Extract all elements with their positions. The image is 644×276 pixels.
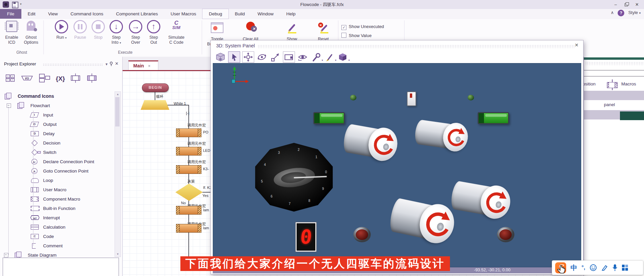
minimize-button[interactable]: – — [611, 2, 621, 7]
tree-item-output[interactable]: OOutput — [0, 119, 114, 129]
led-indicator[interactable] — [350, 95, 356, 100]
ribbon-button-ghost-options[interactable]: GhostOptions — [21, 20, 41, 51]
panel-drag-handle[interactable] — [43, 63, 103, 66]
table-row[interactable] — [584, 91, 644, 100]
paint-brush-icon[interactable]: ▾ — [324, 52, 335, 62]
help-icon[interactable]: ? — [618, 10, 624, 16]
component-macro-icon[interactable] — [86, 73, 98, 84]
tree-item-switch[interactable]: Switch — [0, 148, 114, 157]
frame-select-icon[interactable] — [283, 51, 295, 63]
led-module[interactable] — [313, 112, 345, 124]
rotary-dial[interactable]: 0123456789 — [253, 143, 335, 212]
tree-item-loop[interactable]: Loop — [0, 176, 114, 185]
explorer-scrollbar[interactable]: ▲ ▼ — [115, 91, 121, 257]
solid-cube-icon[interactable]: ▾ — [337, 52, 348, 62]
io-icon[interactable]: I/O — [20, 74, 34, 83]
tree-item-user-macro[interactable]: User Macro — [0, 185, 114, 194]
seven-segment-display[interactable]: 0 — [296, 222, 316, 252]
braces-x-icon[interactable]: {X} — [56, 75, 65, 82]
flowchart-loop-node[interactable] — [141, 100, 169, 110]
ime-panel-grid-icon[interactable] — [622, 265, 628, 271]
macro-icon[interactable] — [70, 73, 81, 84]
dc-motor[interactable] — [342, 121, 400, 163]
style-button[interactable]: Style — [628, 10, 638, 15]
dc-motor[interactable] — [387, 195, 458, 247]
scroll-up-icon[interactable]: ▲ — [115, 92, 121, 97]
tree-item-decision[interactable]: Decision — [0, 138, 114, 148]
select-cursor-icon[interactable] — [228, 51, 240, 63]
tree-item-code[interactable]: CCode — [0, 232, 114, 241]
ribbon-button-run[interactable]: Run ▾ — [53, 20, 69, 51]
panel-menu-caret-icon[interactable]: ▼ — [105, 62, 108, 66]
ime-mode-button[interactable]: 中 — [571, 263, 577, 272]
close-button[interactable]: ✕ — [632, 2, 642, 7]
menu-item-component-libraries[interactable]: Component Libraries — [110, 9, 164, 19]
menu-item-file[interactable]: File — [0, 9, 21, 19]
panel-drag-handle[interactable] — [585, 62, 644, 65]
tab-main[interactable]: Main× — [128, 60, 158, 70]
tree-item-declare-connection-point[interactable]: A:Declare Connection Point — [0, 157, 114, 166]
tree-item-interrupt[interactable]: INTInterrupt — [0, 213, 114, 222]
tools-wrench-icon[interactable]: ▾ — [310, 52, 322, 62]
toggle-switch[interactable] — [407, 91, 416, 106]
3d-panel-close-icon[interactable]: ✕ — [575, 42, 579, 48]
menu-item-build[interactable]: Build — [228, 9, 251, 19]
flowchart-begin-node[interactable]: BEGIN — [142, 83, 169, 92]
tree-item-flowchart[interactable]: Flowchart — [0, 101, 114, 110]
panel-close-icon[interactable]: ✕ — [115, 61, 119, 66]
scrollbar-thumb[interactable] — [115, 97, 120, 126]
pan-move-icon[interactable] — [242, 51, 254, 63]
tree-item-component-macro[interactable]: Component Macro — [0, 194, 114, 204]
handwriting-pen-icon[interactable] — [601, 264, 608, 271]
collapse-marker[interactable]: [-] — [186, 111, 189, 115]
cube-3d-icon[interactable]: 3D — [215, 52, 226, 62]
pin-icon[interactable] — [109, 61, 114, 66]
tree-item-goto-connection-point[interactable]: AGoto Connection Point — [0, 166, 114, 176]
ribbon-button-step-out[interactable]: ↑StepOut — [146, 20, 162, 51]
menu-item-window[interactable]: Window — [251, 9, 280, 19]
tree-item-delay[interactable]: DDelay — [0, 129, 114, 138]
tree-expander-icon[interactable] — [7, 103, 11, 108]
flowchart-macro-node[interactable] — [176, 206, 201, 215]
ribbon-button-stop[interactable]: Stop — [90, 20, 106, 51]
menu-item-user-macros[interactable]: User Macros — [164, 9, 203, 19]
flowchart-macro-node[interactable] — [176, 128, 201, 137]
grid-plus-icon[interactable]: ++++ — [5, 74, 15, 84]
collapse-ribbon-icon[interactable]: ∧ — [611, 10, 614, 15]
dc-motor[interactable] — [414, 117, 470, 153]
windows-icon[interactable] — [39, 73, 51, 84]
checkbox-show-value[interactable]: Show Value — [341, 33, 371, 39]
visibility-eye-icon[interactable] — [297, 52, 308, 62]
potentiometer-knob[interactable] — [353, 227, 371, 242]
menu-item-view[interactable]: View — [42, 9, 64, 19]
scale-expand-icon[interactable] — [270, 52, 281, 62]
panel-row-label[interactable]: panel — [604, 102, 615, 107]
tree-item-command-icons[interactable]: Command Icons — [0, 91, 114, 101]
3d-panel-drag-handle[interactable] — [258, 45, 575, 48]
flowchart-macro-node[interactable] — [176, 147, 201, 156]
flowchart-macro-node[interactable] — [176, 165, 201, 174]
menu-item-help[interactable]: Help — [280, 9, 302, 19]
selected-cell[interactable] — [620, 111, 644, 120]
ribbon-button-step-into[interactable]: ↓StepInto ▾ — [108, 20, 125, 51]
checkbox-show-unexecuted[interactable]: ✓Show Unexecuted — [341, 24, 384, 30]
led-module[interactable] — [478, 112, 509, 124]
flowchart-macro-node[interactable] — [176, 224, 201, 233]
ribbon-button-pause[interactable]: Pause — [72, 20, 88, 51]
ribbon-button-simulate-c-code[interactable]: CSIMSimulateC Code — [163, 20, 190, 51]
potentiometer-knob[interactable] — [497, 227, 514, 242]
orbit-rotate-icon[interactable] — [256, 52, 268, 62]
3d-viewport[interactable]: 0123456789 0 — [213, 63, 581, 267]
tree-item-built-in-function[interactable]: Built-in Function — [0, 204, 114, 213]
tab-close-icon[interactable]: × — [148, 63, 151, 68]
flowchart-decision-node[interactable] — [175, 184, 203, 201]
dc-motor[interactable] — [449, 178, 513, 221]
style-caret-icon[interactable]: ▾ — [639, 11, 641, 15]
scroll-down-icon[interactable]: ▼ — [115, 252, 121, 257]
ribbon-button-enable-icd[interactable]: EnableICD — [3, 20, 21, 51]
menu-item-debug[interactable]: Debug — [202, 9, 228, 19]
menu-item-command-icons[interactable]: Command Icons — [64, 9, 110, 19]
led-indicator[interactable] — [468, 95, 474, 100]
tree-item-calculation[interactable]: Calculation — [0, 222, 114, 232]
tree-item-input[interactable]: IInput — [0, 110, 114, 119]
